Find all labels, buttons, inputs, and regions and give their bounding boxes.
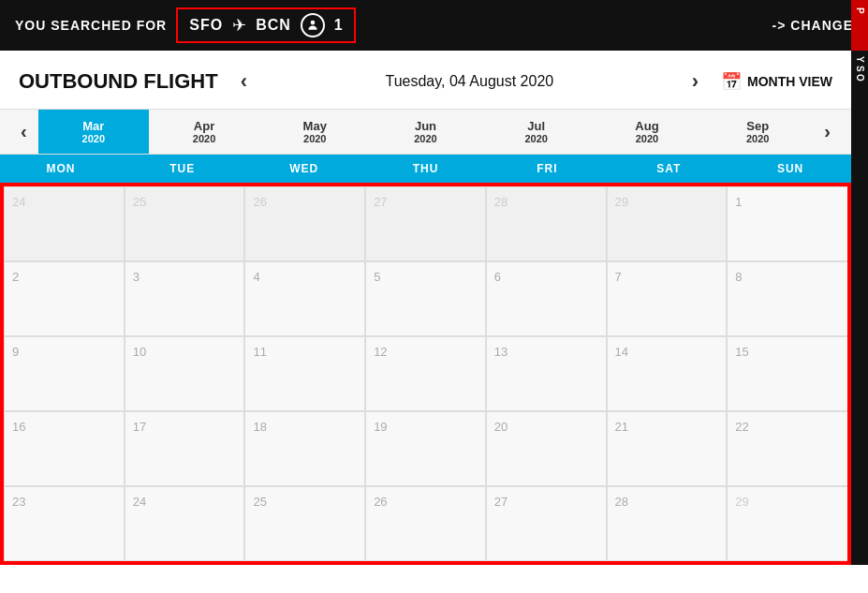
- cal-cell[interactable]: 8: [727, 261, 847, 336]
- flight-header: OUTBOUND FLIGHT ‹ Tuesday, 04 August 202…: [0, 51, 851, 109]
- origin: SFO: [189, 17, 223, 34]
- cal-cell[interactable]: 9: [4, 336, 125, 411]
- search-params-box[interactable]: SFO ✈ BCN 1: [176, 7, 355, 43]
- day-header-sun: SUN: [729, 155, 851, 183]
- cal-cell[interactable]: 19: [365, 411, 486, 486]
- cal-cell[interactable]: 10: [125, 336, 245, 411]
- cal-cell[interactable]: 14: [607, 336, 728, 411]
- cal-date: 13: [494, 345, 508, 359]
- cal-cell[interactable]: 29: [607, 186, 728, 261]
- right-panel-o: O: [855, 74, 865, 82]
- cal-date: 23: [12, 495, 25, 509]
- cal-date: 28: [494, 195, 508, 209]
- calendar-grid: 2425262728291234567891011121314151617181…: [0, 183, 851, 565]
- cal-cell[interactable]: 27: [365, 186, 486, 261]
- cal-cell[interactable]: 13: [486, 336, 607, 411]
- cal-cell[interactable]: 20: [486, 411, 607, 486]
- passenger-icon: [301, 13, 325, 37]
- cal-cell[interactable]: 23: [4, 486, 125, 561]
- cal-cell[interactable]: 24: [4, 186, 125, 261]
- day-header-sat: SAT: [608, 155, 729, 183]
- cal-cell[interactable]: 17: [125, 411, 245, 486]
- right-panel-y: Y: [855, 56, 865, 64]
- cal-date: 6: [494, 270, 501, 284]
- cal-cell[interactable]: 6: [486, 261, 607, 336]
- cal-cell[interactable]: 25: [244, 486, 365, 561]
- month-view-button[interactable]: 📅 MONTH VIEW: [721, 71, 832, 92]
- cal-cell[interactable]: 22: [727, 411, 847, 486]
- right-side-panel: Y S O: [851, 51, 868, 565]
- month-item-apr[interactable]: Apr2020: [149, 110, 259, 154]
- cal-date: 19: [374, 420, 387, 434]
- cal-cell[interactable]: 4: [244, 261, 365, 336]
- svg-point-0: [310, 21, 315, 25]
- cal-date: 22: [735, 420, 748, 434]
- cal-cell[interactable]: 29: [727, 486, 847, 561]
- cal-cell[interactable]: 12: [365, 336, 486, 411]
- cal-cell[interactable]: 1: [727, 186, 847, 261]
- cal-cell[interactable]: 18: [244, 411, 365, 486]
- destination: BCN: [256, 17, 291, 34]
- cal-date: 7: [615, 270, 622, 284]
- calendar-section: OUTBOUND FLIGHT ‹ Tuesday, 04 August 202…: [0, 51, 851, 565]
- cal-cell[interactable]: 24: [125, 486, 245, 561]
- month-item-aug[interactable]: Aug2020: [592, 110, 702, 154]
- top-bar: YOU SEARCHED FOR SFO ✈ BCN 1 -> CHANGE P: [0, 0, 868, 51]
- cal-date: 28: [615, 495, 628, 509]
- cal-cell[interactable]: 26: [244, 186, 365, 261]
- side-panel: P: [851, 0, 868, 51]
- cal-cell[interactable]: 2: [4, 261, 125, 336]
- date-display: Tuesday, 04 August 2020: [270, 73, 669, 90]
- cal-date: 16: [12, 420, 25, 434]
- searched-label: YOU SEARCHED FOR: [15, 18, 167, 33]
- calendar-icon: 📅: [721, 71, 742, 92]
- cal-date: 29: [615, 195, 628, 209]
- cal-cell[interactable]: 7: [607, 261, 728, 336]
- cal-date: 14: [615, 345, 628, 359]
- cal-cell[interactable]: 21: [607, 411, 728, 486]
- cal-date: 12: [374, 345, 387, 359]
- month-item-jun[interactable]: Jun2020: [370, 110, 480, 154]
- month-item-may[interactable]: May2020: [259, 110, 370, 154]
- cal-date: 29: [735, 495, 748, 509]
- prev-date-button[interactable]: ‹: [233, 66, 255, 97]
- cal-cell[interactable]: 16: [4, 411, 125, 486]
- cal-cell[interactable]: 28: [607, 486, 728, 561]
- cal-cell[interactable]: 15: [727, 336, 847, 411]
- cal-date: 2: [12, 270, 19, 284]
- month-item-sep[interactable]: Sep2020: [702, 110, 813, 154]
- cal-cell[interactable]: 11: [244, 336, 365, 411]
- cal-date: 26: [374, 495, 387, 509]
- plane-icon: ✈: [232, 15, 246, 36]
- day-header-tue: TUE: [122, 155, 243, 183]
- cal-date: 18: [253, 420, 266, 434]
- cal-date: 11: [253, 345, 266, 359]
- next-date-button[interactable]: ›: [684, 66, 706, 97]
- month-item-jul[interactable]: Jul2020: [481, 110, 592, 154]
- day-header-fri: FRI: [486, 155, 608, 183]
- month-nav: ‹ Mar2020Apr2020May2020Jun2020Jul2020Aug…: [0, 109, 851, 155]
- cal-cell[interactable]: 5: [365, 261, 486, 336]
- cal-date: 27: [374, 195, 387, 209]
- change-button[interactable]: -> CHANGE: [772, 18, 853, 33]
- cal-date: 26: [253, 195, 266, 209]
- cal-date: 24: [12, 195, 25, 209]
- cal-date: 3: [133, 270, 140, 284]
- cal-date: 4: [253, 270, 259, 284]
- prev-month-button[interactable]: ‹: [9, 113, 38, 150]
- cal-cell[interactable]: 28: [486, 186, 607, 261]
- day-header-wed: WED: [243, 155, 365, 183]
- cal-date: 17: [133, 420, 146, 434]
- cal-date: 20: [494, 420, 508, 434]
- cal-cell[interactable]: 26: [365, 486, 486, 561]
- month-item-mar[interactable]: Mar2020: [38, 110, 149, 154]
- next-month-button[interactable]: ›: [813, 113, 842, 150]
- month-nav-items: Mar2020Apr2020May2020Jun2020Jul2020Aug20…: [38, 110, 814, 154]
- cal-cell[interactable]: 25: [125, 186, 245, 261]
- cal-cell[interactable]: 3: [125, 261, 245, 336]
- cal-date: 21: [615, 420, 628, 434]
- cal-cell[interactable]: 27: [486, 486, 607, 561]
- passenger-count: 1: [334, 17, 343, 34]
- cal-date: 27: [494, 495, 508, 509]
- right-panel-s: S: [855, 66, 865, 73]
